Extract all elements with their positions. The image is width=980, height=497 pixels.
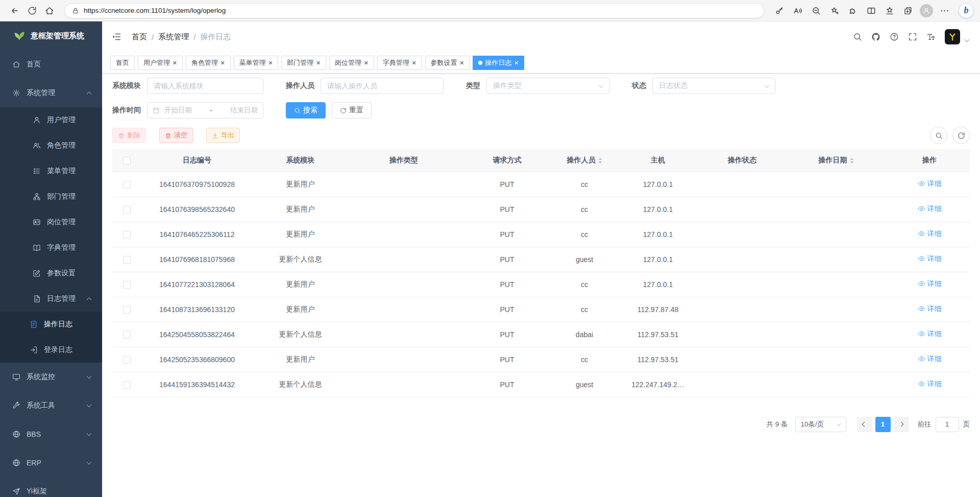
sidebar-item-system-tools[interactable]: 系统工具 bbox=[0, 391, 102, 420]
sidebar-item-login-log[interactable]: 登录日志 bbox=[0, 337, 102, 363]
delete-button[interactable]: 删除 bbox=[112, 128, 146, 143]
detail-link[interactable]: 详细 bbox=[918, 229, 942, 239]
sidebar-item-menu-management[interactable]: 菜单管理 bbox=[0, 158, 102, 184]
tab-close-icon[interactable]: × bbox=[460, 59, 464, 66]
collections-button[interactable] bbox=[899, 2, 917, 19]
tab-close-icon[interactable]: × bbox=[268, 59, 273, 66]
add-favorite-button[interactable] bbox=[826, 2, 843, 19]
detail-link[interactable]: 详细 bbox=[918, 354, 942, 364]
row-checkbox[interactable] bbox=[123, 331, 131, 339]
sidebar-item-role-management[interactable]: 角色管理 bbox=[0, 133, 102, 158]
row-checkbox[interactable] bbox=[123, 356, 131, 364]
tab-dept-management[interactable]: 部门管理× bbox=[281, 56, 326, 70]
row-checkbox[interactable] bbox=[123, 281, 131, 289]
browser-back-button[interactable] bbox=[6, 2, 23, 19]
sort-icons[interactable] bbox=[598, 158, 602, 163]
tab-close-icon[interactable]: × bbox=[316, 59, 321, 66]
breadcrumb-system-management[interactable]: 系统管理 bbox=[158, 32, 189, 42]
row-checkbox[interactable] bbox=[123, 206, 131, 214]
browser-profile-button[interactable] bbox=[918, 2, 935, 19]
sidebar-item-dept-management[interactable]: 部门管理 bbox=[0, 184, 102, 209]
sidebar-item-param-settings[interactable]: 参数设置 bbox=[0, 261, 102, 286]
export-button[interactable]: 导出 bbox=[206, 128, 240, 143]
status-select[interactable]: 日志状态 bbox=[652, 78, 775, 94]
detail-link[interactable]: 详细 bbox=[918, 204, 942, 214]
toggle-search-button[interactable] bbox=[930, 127, 947, 144]
page-size-select[interactable]: 10条/页 bbox=[795, 417, 846, 432]
browser-refresh-button[interactable] bbox=[23, 2, 41, 19]
address-bar[interactable]: https://ccnetcore.com:1101/system/log/op… bbox=[64, 3, 765, 18]
browser-home-button[interactable] bbox=[41, 2, 58, 19]
tab-param-settings[interactable]: 参数设置× bbox=[425, 56, 470, 70]
row-checkbox[interactable] bbox=[123, 181, 131, 188]
fullscreen-button[interactable] bbox=[908, 32, 917, 41]
sidebar-item-user-management[interactable]: 用户管理 bbox=[0, 107, 102, 133]
row-checkbox[interactable] bbox=[123, 256, 131, 264]
password-key-button[interactable] bbox=[771, 2, 788, 19]
zoom-button[interactable] bbox=[807, 2, 825, 19]
extensions-button[interactable] bbox=[844, 2, 862, 19]
sidebar-item-post-management[interactable]: 岗位管理 bbox=[0, 209, 102, 235]
goto-page-input[interactable] bbox=[936, 417, 959, 432]
github-link-button[interactable] bbox=[871, 32, 880, 41]
user-avatar[interactable] bbox=[945, 29, 960, 44]
sidebar-toggle-button[interactable] bbox=[102, 21, 131, 52]
tab-role-management[interactable]: 角色管理× bbox=[186, 56, 231, 70]
tab-close-icon[interactable]: × bbox=[514, 59, 519, 66]
bing-chat-icon[interactable]: b bbox=[959, 3, 974, 18]
refresh-table-button[interactable] bbox=[952, 127, 970, 144]
sidebar-item-bbs[interactable]: BBS bbox=[0, 420, 102, 448]
split-screen-button[interactable] bbox=[863, 2, 880, 19]
detail-link[interactable]: 详细 bbox=[918, 380, 942, 389]
font-size-button[interactable] bbox=[926, 32, 936, 41]
sidebar-item-erp[interactable]: ERP bbox=[0, 448, 102, 477]
read-aloud-button[interactable] bbox=[789, 2, 806, 19]
detail-link[interactable]: 详细 bbox=[918, 279, 942, 289]
sidebar-item-dict-management[interactable]: 字典管理 bbox=[0, 235, 102, 261]
prev-page-button[interactable] bbox=[857, 417, 872, 432]
tab-dict-management[interactable]: 字典管理× bbox=[377, 56, 422, 70]
sidebar-item-log-management[interactable]: 日志管理 bbox=[0, 286, 102, 312]
col-operator-sortable[interactable]: 操作人员 bbox=[554, 149, 615, 172]
tab-close-icon[interactable]: × bbox=[220, 59, 225, 66]
select-all-header[interactable] bbox=[112, 149, 141, 172]
clear-button[interactable]: 清空 bbox=[159, 128, 193, 143]
help-button[interactable] bbox=[890, 32, 899, 41]
row-checkbox[interactable] bbox=[123, 306, 131, 314]
breadcrumb-home[interactable]: 首页 bbox=[132, 32, 147, 42]
module-input[interactable] bbox=[147, 78, 263, 94]
next-page-button[interactable] bbox=[894, 417, 909, 432]
sidebar-item-home[interactable]: 首页 bbox=[0, 50, 102, 79]
tab-menu-management[interactable]: 菜单管理× bbox=[234, 56, 279, 70]
tab-close-icon[interactable]: × bbox=[412, 59, 416, 66]
tab-post-management[interactable]: 岗位管理× bbox=[329, 56, 374, 70]
page-number-button[interactable]: 1 bbox=[875, 417, 891, 432]
tab-home[interactable]: 首页 bbox=[110, 56, 135, 70]
row-checkbox[interactable] bbox=[123, 231, 131, 239]
tab-operation-log[interactable]: 操作日志× bbox=[473, 56, 524, 70]
sidebar-item-system-monitor[interactable]: 系统监控 bbox=[0, 363, 102, 391]
detail-link[interactable]: 详细 bbox=[918, 304, 942, 314]
sidebar-item-yi-framework[interactable]: Yi框架 bbox=[0, 477, 102, 497]
tab-close-icon[interactable]: × bbox=[364, 59, 369, 66]
row-checkbox[interactable] bbox=[123, 381, 131, 389]
detail-link[interactable]: 详细 bbox=[918, 329, 942, 339]
detail-link[interactable]: 详细 bbox=[918, 254, 942, 264]
favorites-button[interactable] bbox=[881, 2, 898, 19]
operator-input[interactable] bbox=[321, 78, 444, 94]
type-select[interactable]: 操作类型 bbox=[486, 78, 609, 94]
browser-settings-button[interactable]: ⋯ bbox=[936, 2, 953, 19]
sort-icons[interactable] bbox=[850, 158, 854, 163]
reset-button[interactable]: 重置 bbox=[332, 102, 372, 119]
chevron-down-icon[interactable] bbox=[965, 37, 970, 42]
select-all-checkbox[interactable] bbox=[123, 157, 131, 164]
col-date-sortable[interactable]: 操作日期 bbox=[783, 149, 889, 172]
date-range-picker[interactable]: 开始日期 - 结束日期 bbox=[147, 102, 263, 119]
search-button[interactable]: 搜索 bbox=[286, 102, 326, 119]
sidebar-item-operation-log[interactable]: 操作日志 bbox=[0, 312, 102, 337]
tab-close-icon[interactable]: × bbox=[173, 59, 177, 66]
sidebar-item-system-management[interactable]: 系统管理 bbox=[0, 79, 102, 107]
detail-link[interactable]: 详细 bbox=[918, 179, 942, 188]
tab-user-management[interactable]: 用户管理× bbox=[138, 56, 183, 70]
header-search-button[interactable] bbox=[853, 32, 862, 41]
